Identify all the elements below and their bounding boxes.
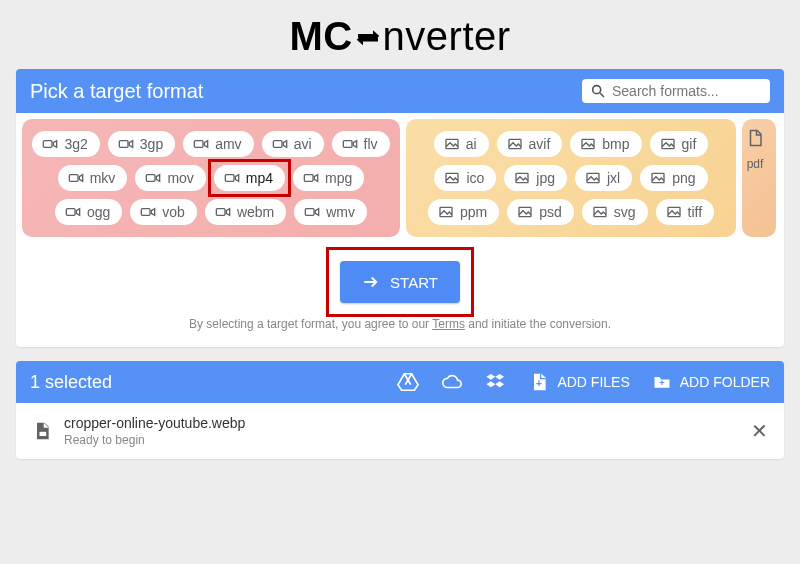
format-chip-3g2[interactable]: 3g2 xyxy=(32,131,99,157)
format-chip-webm[interactable]: webm xyxy=(205,199,286,225)
arrow-right-icon xyxy=(362,273,380,291)
format-chip-jxl[interactable]: jxl xyxy=(575,165,632,191)
add-file-icon: + xyxy=(529,372,549,392)
document-icon xyxy=(746,129,764,147)
format-chip-label: avi xyxy=(294,136,312,152)
svg-rect-20 xyxy=(66,209,75,216)
svg-rect-16 xyxy=(225,175,234,182)
format-chip-psd[interactable]: psd xyxy=(507,199,574,225)
app-logo: MCnverter xyxy=(0,0,800,69)
svg-rect-24 xyxy=(216,209,225,216)
svg-marker-19 xyxy=(314,175,317,182)
format-chip-mp4[interactable]: mp4 xyxy=(214,165,285,191)
svg-marker-3 xyxy=(54,141,57,148)
format-chip-label: ppm xyxy=(460,204,487,220)
format-chip-mkv[interactable]: mkv xyxy=(58,165,128,191)
file-icon xyxy=(32,421,52,441)
svg-rect-2 xyxy=(44,141,53,148)
add-folder-icon: + xyxy=(652,372,672,392)
remove-file-button[interactable]: ✕ xyxy=(751,421,768,441)
svg-marker-15 xyxy=(157,175,160,182)
format-chip-png[interactable]: png xyxy=(640,165,707,191)
format-header: Pick a target format xyxy=(16,69,784,113)
format-chip-label: tiff xyxy=(688,204,703,220)
format-chip-wmv[interactable]: wmv xyxy=(294,199,367,225)
svg-rect-8 xyxy=(273,141,282,148)
format-groups: 3g23gpamvaviflvmkvmovmp4mpgoggvobwebmwmv… xyxy=(16,113,784,243)
format-chip-label: mov xyxy=(167,170,193,186)
queue-header: 1 selected + ADD FILES + ADD FOLDER xyxy=(16,361,784,403)
google-drive-icon[interactable] xyxy=(397,371,419,393)
format-chip-label: png xyxy=(672,170,695,186)
svg-line-1 xyxy=(600,93,604,97)
format-chip-tiff[interactable]: tiff xyxy=(656,199,715,225)
format-chip-label: wmv xyxy=(326,204,355,220)
format-chip-label: 3gp xyxy=(140,136,163,152)
format-chip-ico[interactable]: ico xyxy=(434,165,496,191)
format-chip-label: ogg xyxy=(87,204,110,220)
svg-marker-5 xyxy=(129,141,132,148)
format-chip-avif[interactable]: avif xyxy=(497,131,563,157)
format-chip-label: svg xyxy=(614,204,636,220)
svg-marker-27 xyxy=(316,209,319,216)
start-button[interactable]: START xyxy=(340,261,460,303)
file-name: cropper-online-youtube.webp xyxy=(64,415,245,431)
format-chip-label: amv xyxy=(215,136,241,152)
dropbox-icon[interactable] xyxy=(485,371,507,393)
format-chip-amv[interactable]: amv xyxy=(183,131,253,157)
format-chip-gif[interactable]: gif xyxy=(650,131,709,157)
search-icon xyxy=(590,83,606,99)
queue-card: 1 selected + ADD FILES + ADD FOLDER crop… xyxy=(16,361,784,459)
format-chip-label: webm xyxy=(237,204,274,220)
panel-title: Pick a target format xyxy=(30,80,203,103)
svg-rect-47 xyxy=(40,432,47,436)
format-chip-label: mkv xyxy=(90,170,116,186)
format-chip-jpg[interactable]: jpg xyxy=(504,165,567,191)
format-chip-label: jxl xyxy=(607,170,620,186)
format-chip-label: mpg xyxy=(325,170,352,186)
search-input-wrap[interactable] xyxy=(582,79,770,103)
swap-icon xyxy=(353,24,383,54)
format-chip-label: gif xyxy=(682,136,697,152)
format-chip-label: bmp xyxy=(602,136,629,152)
format-chip-bmp[interactable]: bmp xyxy=(570,131,641,157)
format-chip-mpg[interactable]: mpg xyxy=(293,165,364,191)
search-input[interactable] xyxy=(612,83,762,99)
svg-marker-9 xyxy=(283,141,286,148)
format-chip-label: jpg xyxy=(536,170,555,186)
terms-text: By selecting a target format, you agree … xyxy=(16,313,784,347)
svg-marker-17 xyxy=(235,175,238,182)
svg-rect-12 xyxy=(69,175,78,182)
file-status: Ready to begin xyxy=(64,433,245,447)
selected-count: 1 selected xyxy=(30,372,379,393)
format-chip-svg[interactable]: svg xyxy=(582,199,648,225)
doc-format-label: pdf xyxy=(747,157,764,171)
format-chip-ogg[interactable]: ogg xyxy=(55,199,122,225)
format-chip-label: ico xyxy=(466,170,484,186)
format-chip-ppm[interactable]: ppm xyxy=(428,199,499,225)
format-chip-avi[interactable]: avi xyxy=(262,131,324,157)
doc-format-group[interactable]: pdf xyxy=(742,119,776,237)
format-chip-label: avif xyxy=(529,136,551,152)
format-chip-mov[interactable]: mov xyxy=(135,165,205,191)
add-files-button[interactable]: + ADD FILES xyxy=(529,372,629,392)
format-chip-3gp[interactable]: 3gp xyxy=(108,131,175,157)
svg-rect-4 xyxy=(119,141,128,148)
format-chip-label: mp4 xyxy=(246,170,273,186)
terms-link[interactable]: Terms xyxy=(432,317,465,331)
cloud-icon[interactable] xyxy=(441,371,463,393)
format-chip-vob[interactable]: vob xyxy=(130,199,197,225)
svg-rect-14 xyxy=(147,175,156,182)
svg-text:+: + xyxy=(659,378,664,388)
svg-marker-7 xyxy=(205,141,208,148)
svg-marker-23 xyxy=(152,209,155,216)
format-chip-ai[interactable]: ai xyxy=(434,131,489,157)
logo-text-pre: MC xyxy=(289,14,352,58)
svg-marker-25 xyxy=(226,209,229,216)
logo-text-post: nverter xyxy=(383,14,511,58)
format-chip-flv[interactable]: flv xyxy=(332,131,390,157)
format-chip-label: 3g2 xyxy=(64,136,87,152)
svg-rect-10 xyxy=(343,141,352,148)
start-row: START xyxy=(16,243,784,313)
add-folder-button[interactable]: + ADD FOLDER xyxy=(652,372,770,392)
